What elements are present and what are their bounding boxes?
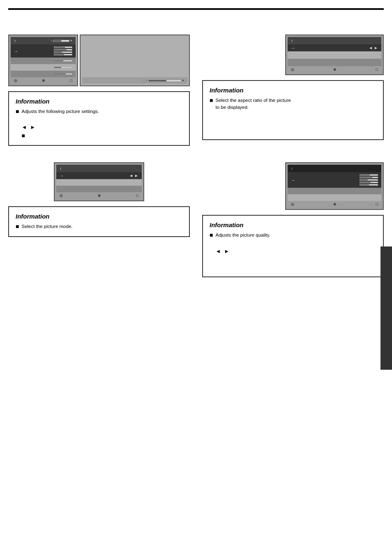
arrow-keys-br: ◄ ► [215, 248, 229, 254]
osd-row-bl-2 [56, 186, 142, 192]
info-title-br: Information [210, 221, 376, 228]
footer-plus-tr: ⊕ [333, 67, 337, 71]
section-top-right: ↑ → ◄ ► ◎ ⊕ [202, 35, 384, 146]
info-content-tr: Select the aspect ratio of the picture t… [215, 97, 291, 134]
osd-right-panel: : - + [80, 35, 190, 86]
info-title-tr: Information [210, 87, 376, 94]
osd-wrapper-bl: ↑ → ◄ ► ◎ ⊕ □ [54, 162, 144, 201]
osd-wrapper-tr: ↑ → ◄ ► ◎ ⊕ [285, 35, 384, 75]
nav-right-bl: ► [134, 173, 138, 178]
osd-up-tr: ↑ [291, 38, 293, 43]
section-top-left: ↑ - + → [8, 35, 190, 146]
footer-plus: ⊕ [42, 78, 45, 83]
arrow-keys-tl: ◄ ► [21, 124, 35, 130]
footer-circle-br: ◎ [291, 202, 294, 206]
left-arrow-tl: ◄ [21, 124, 27, 130]
top-border [8, 8, 384, 10]
right-arrow-tl: ► [30, 124, 35, 130]
osd-row-tr-1 [288, 51, 381, 59]
nav-arrows-bl: ◄ ► [129, 173, 138, 178]
osd-footer-tr: ◎ ⊕ □ [288, 66, 381, 73]
nav-arrows-tr: ◄ ► [369, 46, 378, 50]
nav-left-bl: ◄ [129, 173, 133, 178]
osd-up-arrow: ↑ [14, 38, 16, 43]
info-title-tl: Information [16, 98, 182, 105]
osd-row-bl-1 [56, 179, 142, 186]
osd-row-3-tl [11, 64, 76, 71]
info-bullet-br: ■ [210, 232, 213, 238]
osd-header-bl: ↑ [56, 165, 142, 172]
osd-arrow-right: → [14, 49, 18, 53]
slider-minus: - [51, 39, 52, 43]
info-bullet-tl: ■ [16, 108, 19, 115]
osd-footer-br: ◎ ⊕ □ [288, 201, 381, 207]
info-box-top-right: Information ■ Select the aspect ratio of… [202, 80, 384, 140]
info-text-tr-1: Select the aspect ratio of the picture [215, 97, 291, 104]
info-title-bl: Information [16, 213, 182, 220]
osd-selected-br: → [288, 172, 381, 188]
slider-minus-r: - [146, 78, 148, 83]
footer-plus-bl: ⊕ [98, 193, 101, 198]
osd-footer-bl: ◎ ⊕ □ [56, 192, 142, 199]
info-content-bl: Select the picture mode. [21, 223, 72, 230]
section-bottom-left: ↑ → ◄ ► ◎ ⊕ □ [8, 162, 190, 277]
osd-row-br-1 [288, 188, 381, 194]
info-bullet-tl-2: ■ [21, 132, 25, 139]
osd-up-br: ↑ [291, 166, 293, 171]
osd-row-tr-2 [288, 59, 381, 66]
slider-plus-r: + [182, 78, 184, 83]
footer-slider: - + [146, 78, 184, 83]
info-text-br-1: Adjusts the picture quality. [215, 232, 270, 239]
osd-screen-br: ↑ → [285, 162, 384, 210]
osd-row-2-tl [11, 58, 76, 64]
footer-circle: ◎ [14, 78, 17, 83]
info-text-tr-2: to be displayed. [215, 104, 291, 111]
bottom-row: ↑ → ◄ ► ◎ ⊕ □ [8, 162, 384, 277]
footer-circle-bl: ◎ [60, 193, 63, 198]
section-bottom-right: ↑ → [202, 162, 384, 277]
osd-header-tr: ↑ [288, 37, 381, 44]
osd-footer-tl: ◎ ⊕ □ [11, 77, 76, 84]
page-container: ↑ - + → [0, 0, 392, 555]
osd-screen-tr: ↑ → ◄ ► ◎ ⊕ [285, 35, 384, 75]
info-bullet-bl: ■ [16, 223, 19, 230]
main-content: ↑ - + → [8, 35, 384, 146]
nav-right-tr: ► [374, 46, 378, 50]
osd-header-tl: ↑ - + [11, 37, 76, 44]
footer-colon: : [143, 78, 145, 83]
slider-bar-right [148, 80, 181, 82]
footer-box: □ [70, 78, 72, 83]
footer-box-br: □ [376, 202, 378, 206]
info-text-tl-1: Adjusts the following picture settings. [21, 108, 99, 115]
slider-plus: + [70, 39, 72, 43]
osd-selected-bl: → ◄ ► [56, 172, 142, 179]
right-accent-bar [380, 246, 392, 370]
footer-plus-br: ⊕ [333, 202, 337, 206]
osd-row-br-2 [288, 194, 381, 201]
multi-slider-br [360, 173, 378, 187]
multi-slider-1 [54, 46, 72, 56]
osd-arrow-tr: → [291, 46, 295, 50]
info-content-tl: Adjusts the following picture settings. … [21, 108, 99, 139]
osd-up-bl: ↑ [60, 166, 62, 171]
osd-left-panel: ↑ - + → [8, 35, 78, 86]
footer-circle-tr: ◎ [291, 67, 294, 71]
osd-row-4-tl [11, 71, 76, 77]
osd-arrow-bl: → [60, 173, 64, 178]
left-arrow-br: ◄ [215, 248, 221, 254]
osd-double-panel: ↑ - + → [8, 35, 190, 86]
osd-selected-tr: → ◄ ► [288, 44, 381, 51]
info-text-bl-1: Select the picture mode. [21, 223, 72, 230]
nav-left-tr: ◄ [369, 46, 373, 50]
info-content-br: Adjusts the picture quality. ◄ ► [215, 232, 270, 270]
footer-box-tr: □ [376, 67, 378, 71]
osd-footer-right: : - + [82, 77, 187, 84]
osd-screen-bl: ↑ → ◄ ► ◎ ⊕ □ [54, 162, 144, 201]
info-box-bottom-left: Information ■ Select the picture mode. [8, 206, 190, 237]
info-bullet-tr: ■ [210, 97, 213, 104]
info-box-top-left: Information ■ Adjusts the following pict… [8, 91, 190, 146]
right-arrow-br: ► [224, 248, 229, 254]
footer-box-bl: □ [136, 193, 138, 198]
info-box-bottom-right: Information ■ Adjusts the picture qualit… [202, 215, 384, 277]
osd-wrapper-br: ↑ → [285, 162, 384, 210]
